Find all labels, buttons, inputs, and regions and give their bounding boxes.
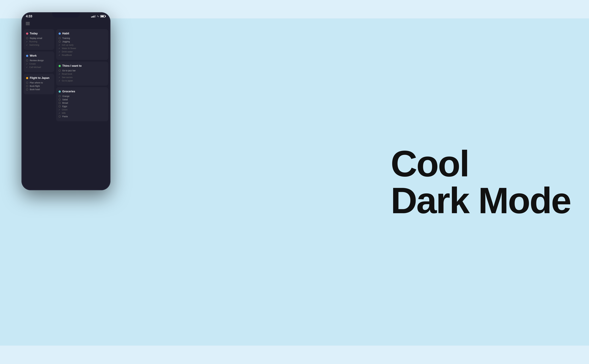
list-item[interactable]: ✓ Get up early — [58, 44, 106, 46]
checkbox-empty — [58, 105, 61, 107]
task-text: Create — [29, 63, 36, 65]
list-item[interactable]: ✓ Create — [26, 63, 52, 65]
task-text: Jogging — [62, 40, 70, 43]
checkmark-icon: ✓ — [26, 66, 28, 68]
content-area: Today Replay email ✓ Running ✓ Swimmi — [24, 29, 108, 188]
list-item[interactable]: ✓ Read book — [58, 73, 106, 75]
today-card: Today Replay email ✓ Running ✓ Swimmi — [24, 29, 54, 50]
task-text: Review design — [30, 59, 44, 62]
groceries-card: Groceries Orange Salad Bread — [56, 87, 108, 121]
checkbox-empty — [58, 115, 61, 117]
task-text: Go to japan — [62, 79, 73, 82]
list-item[interactable]: Pasta — [58, 115, 106, 118]
task-text: Go to jazz bar — [62, 69, 76, 72]
things-card: Thins I want to Go to jazz bar ✓ Read bo… — [56, 62, 108, 86]
list-item[interactable]: Bread — [58, 102, 106, 104]
task-text: See aurora — [62, 76, 72, 78]
checkmark-icon: ✓ — [58, 112, 60, 114]
task-text: Eggs — [62, 105, 67, 108]
task-text: Training — [62, 37, 70, 39]
list-item[interactable]: Jogging — [58, 40, 106, 43]
habit-dot — [58, 32, 61, 35]
checkbox-empty — [58, 70, 61, 72]
checkbox-empty — [58, 37, 61, 39]
phone-screen: 4:33 ∿ — [21, 12, 110, 190]
flight-dot — [26, 77, 28, 79]
checkbox-empty — [26, 37, 28, 39]
today-title: Today — [30, 32, 38, 35]
phone-wrapper: 4:33 ∿ — [21, 12, 110, 350]
checkbox-empty — [58, 98, 61, 101]
list-item[interactable]: ✓ Running — [26, 40, 52, 43]
list-item[interactable]: ✓ Call Michael — [26, 66, 52, 68]
wifi-icon: ∿ — [97, 15, 99, 18]
left-column: Today Replay email ✓ Running ✓ Swimmi — [24, 29, 54, 188]
task-text: Salad — [62, 98, 68, 101]
task-text: Replay email — [30, 37, 42, 39]
checkbox-empty — [26, 82, 28, 84]
right-column: Habit Training Jogging ✓ Get up earl — [56, 29, 108, 188]
groceries-header: Groceries — [58, 90, 106, 93]
list-item[interactable]: ✓ Milk — [58, 112, 106, 114]
list-item[interactable]: Training — [58, 37, 106, 39]
status-time: 4:33 — [26, 14, 32, 18]
work-card: Work Review design ✓ Create ✓ Call Mi — [24, 51, 54, 72]
checkbox-empty — [58, 40, 61, 43]
work-title: Work — [30, 54, 37, 57]
today-header: Today — [26, 32, 52, 35]
task-text: Drink water — [62, 51, 73, 53]
task-text: Bread — [62, 102, 68, 104]
checkmark-icon: ✓ — [26, 44, 28, 46]
things-title: Thins I want to — [62, 64, 82, 67]
checkmark-icon: ✓ — [58, 47, 60, 50]
list-item[interactable]: ✓ ReadBook — [58, 54, 106, 56]
list-item[interactable]: Salad — [58, 98, 106, 101]
list-item[interactable]: Review design — [26, 59, 52, 62]
habit-title: Habit — [62, 32, 69, 35]
today-dot — [26, 32, 28, 35]
list-item[interactable]: Replay email — [26, 37, 52, 39]
headline-container: Cool Dark Mode — [391, 145, 571, 219]
flight-card: Flight to Japan Plan where to Book fligh… — [24, 74, 54, 94]
list-item[interactable]: Orange — [58, 95, 106, 98]
checkbox-empty — [58, 102, 61, 104]
checkbox-empty — [26, 59, 28, 62]
task-text: Read book — [62, 73, 72, 75]
checkmark-icon: ✓ — [26, 63, 28, 65]
checkmark-icon: ✓ — [58, 51, 60, 53]
task-text: Plan where to — [30, 81, 43, 84]
signal-icon — [91, 15, 96, 18]
list-item[interactable]: ✓ Swimming — [26, 44, 52, 46]
checkmark-icon: ✓ — [58, 80, 60, 82]
list-item[interactable]: ✓ See aurora — [58, 76, 106, 78]
checkbox-empty — [58, 95, 61, 97]
status-icons: ∿ — [91, 15, 105, 18]
list-item[interactable]: ✓ Water th flower — [58, 47, 106, 50]
habit-card: Habit Training Jogging ✓ Get up earl — [56, 29, 108, 60]
menu-button[interactable] — [26, 22, 30, 25]
things-header: Thins I want to — [58, 64, 106, 67]
work-dot — [26, 55, 28, 57]
list-item[interactable]: Eggs — [58, 105, 106, 108]
list-item[interactable]: Book hotel — [26, 88, 52, 91]
checkbox-empty — [26, 85, 28, 87]
task-text: Pasta — [62, 115, 68, 118]
headline-line1: Cool — [391, 145, 571, 182]
task-text: Book flight — [30, 85, 40, 87]
checkmark-icon: ✓ — [26, 40, 28, 43]
habit-header: Habit — [58, 32, 106, 35]
task-text: Milk — [62, 112, 66, 114]
list-item[interactable]: ✓ Go to japan — [58, 79, 106, 82]
list-item[interactable]: ✓ Drink water — [58, 51, 106, 53]
flight-title: Flight to Japan — [30, 76, 49, 80]
list-item[interactable]: Plan where to — [26, 81, 52, 84]
things-dot — [58, 65, 61, 67]
list-item[interactable]: ✓ Onion — [58, 108, 106, 111]
list-item[interactable]: Go to jazz bar — [58, 69, 106, 72]
task-text: ReadBook — [62, 54, 72, 56]
groceries-title: Groceries — [62, 90, 75, 93]
task-text: Running — [29, 40, 37, 43]
task-text: Orange — [62, 95, 70, 98]
list-item[interactable]: Book flight — [26, 85, 52, 87]
checkmark-icon: ✓ — [58, 54, 60, 56]
